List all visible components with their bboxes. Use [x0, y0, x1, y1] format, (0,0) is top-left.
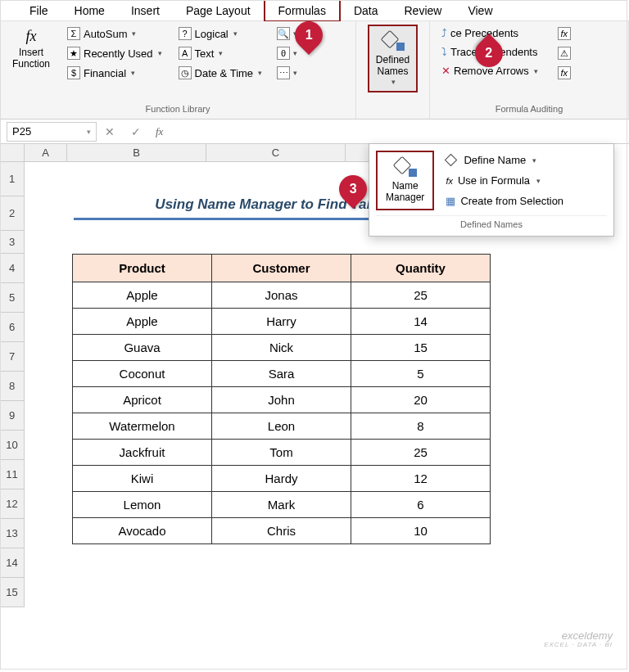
table-cell[interactable]: Jackfruit [73, 440, 212, 466]
table-cell[interactable]: Apricot [73, 387, 212, 413]
row-header[interactable]: 6 [0, 313, 25, 342]
row-header[interactable]: 13 [0, 519, 25, 548]
column-header[interactable]: C [206, 144, 346, 162]
table-cell[interactable]: 12 [351, 466, 491, 492]
row-header[interactable]: 1 [0, 162, 25, 196]
row-headers: 123456789101112131415 [0, 162, 25, 607]
table-cell[interactable]: 10 [351, 518, 491, 544]
table-cell[interactable]: 8 [351, 413, 491, 440]
table-cell[interactable]: Guava [73, 335, 212, 361]
table-cell[interactable]: Nick [212, 335, 351, 361]
watermark: exceldemy EXCEL · DATA · BI [544, 630, 613, 649]
text-button[interactable]: AText▾ [174, 44, 268, 62]
more-icon: ⋯ [277, 66, 290, 79]
table-cell[interactable]: Tom [212, 440, 351, 466]
enter-button[interactable]: ✓ [123, 125, 149, 138]
insert-function-button[interactable]: fx Insert Function [7, 25, 56, 74]
chevron-down-icon[interactable]: ▾ [87, 128, 91, 136]
table-cell[interactable]: Sara [212, 361, 351, 387]
precedents-icon: ⤴ [441, 27, 447, 39]
table-cell[interactable]: Coconut [73, 361, 212, 387]
table-cell[interactable]: Mark [212, 492, 351, 518]
table-cell[interactable]: Lemon [73, 492, 212, 518]
error-check-button[interactable]: ⚠ [553, 44, 576, 62]
theta-icon: θ [277, 47, 290, 60]
evaluate-button[interactable]: fx [553, 64, 576, 82]
row-header[interactable]: 3 [0, 231, 25, 254]
fx-icon[interactable]: fx [149, 125, 170, 138]
math-button[interactable]: θ▾ [274, 44, 301, 62]
use-in-formula-button[interactable]: fxUse in Formula▾ [441, 171, 568, 190]
row-header[interactable]: 10 [0, 431, 25, 460]
recently-used-button[interactable]: ★Recently Used▾ [62, 44, 167, 62]
table-row: AvocadoChris10 [73, 518, 491, 544]
chevron-down-icon: ▾ [132, 29, 136, 38]
table-cell[interactable]: Kiwi [73, 466, 212, 492]
table-cell[interactable]: 6 [351, 492, 491, 518]
create-from-selection-button[interactable]: ▦Create from Selection [441, 192, 568, 210]
table-header[interactable]: Product [73, 255, 212, 282]
chevron-down-icon: ▾ [536, 177, 541, 185]
row-header[interactable]: 2 [0, 196, 25, 231]
tag-icon [394, 157, 417, 177]
menu-insert[interactable]: Insert [118, 1, 173, 20]
row-header[interactable]: 5 [0, 283, 25, 313]
menu-file[interactable]: File [16, 1, 61, 20]
table-cell[interactable]: 20 [351, 387, 491, 413]
table-row: LemonMark6 [73, 492, 491, 518]
defined-names-button[interactable]: Defined Names ▾ [368, 25, 418, 92]
table-cell[interactable]: Apple [73, 282, 212, 309]
table-cell[interactable]: 5 [351, 361, 491, 387]
row-header[interactable]: 12 [0, 489, 25, 519]
table-cell[interactable]: Apple [73, 309, 212, 335]
table-cell[interactable]: 25 [351, 282, 491, 309]
menu-formulas[interactable]: Formulas [264, 0, 341, 22]
row-header[interactable]: 15 [0, 578, 25, 607]
table-cell[interactable]: Jonas [212, 282, 351, 309]
financial-button[interactable]: $Financial▾ [62, 64, 167, 82]
more-functions-button[interactable]: ⋯▾ [274, 64, 301, 82]
tag-icon [382, 31, 405, 51]
menu-data[interactable]: Data [341, 1, 391, 20]
table-cell[interactable]: Watermelon [73, 413, 212, 440]
cancel-button[interactable]: ✕ [97, 125, 123, 138]
column-header[interactable]: B [67, 144, 206, 162]
table-cell[interactable]: 14 [351, 309, 491, 335]
menu-home[interactable]: Home [61, 1, 118, 20]
table-cell[interactable]: John [212, 387, 351, 413]
logical-icon: ? [179, 27, 192, 40]
row-header[interactable]: 11 [0, 460, 25, 489]
menu-view[interactable]: View [455, 1, 505, 20]
table-row: JackfruitTom25 [73, 440, 491, 466]
table-cell[interactable]: 15 [351, 335, 491, 361]
money-icon: $ [67, 66, 80, 79]
row-header[interactable]: 7 [0, 342, 25, 372]
name-manager-button[interactable]: Name Manager [376, 151, 434, 210]
column-header[interactable]: A [25, 144, 67, 162]
table-header[interactable]: Customer [212, 255, 351, 282]
table-cell[interactable]: Chris [212, 518, 351, 544]
logical-button[interactable]: ?Logical▾ [174, 25, 268, 43]
grid-icon: ▦ [446, 195, 455, 207]
row-header[interactable]: 4 [0, 254, 25, 283]
table-row: WatermelonLeon8 [73, 413, 491, 440]
select-all-corner[interactable] [0, 144, 25, 162]
formula-auditing-label: Formula Auditing [437, 102, 622, 115]
table-cell[interactable]: Leon [212, 413, 351, 440]
name-box[interactable]: P25 ▾ [7, 122, 97, 142]
date-time-button[interactable]: ◷Date & Time▾ [174, 64, 268, 82]
row-header[interactable]: 8 [0, 372, 25, 401]
show-formulas-button[interactable]: fx [553, 25, 576, 43]
define-name-button[interactable]: Define Name▾ [441, 151, 568, 169]
menu-review[interactable]: Review [391, 1, 455, 20]
menu-page-layout[interactable]: Page Layout [173, 1, 264, 20]
row-header[interactable]: 9 [0, 401, 25, 431]
autosum-button[interactable]: ΣAutoSum▾ [62, 25, 167, 43]
table-header[interactable]: Quantity [351, 255, 491, 282]
table-cell[interactable]: Hardy [212, 466, 351, 492]
table-cell[interactable]: Avocado [73, 518, 212, 544]
row-header[interactable]: 14 [0, 548, 25, 578]
table-cell[interactable]: Harry [212, 309, 351, 335]
defined-names-group-label: Defined Names [376, 215, 607, 229]
table-cell[interactable]: 25 [351, 440, 491, 466]
